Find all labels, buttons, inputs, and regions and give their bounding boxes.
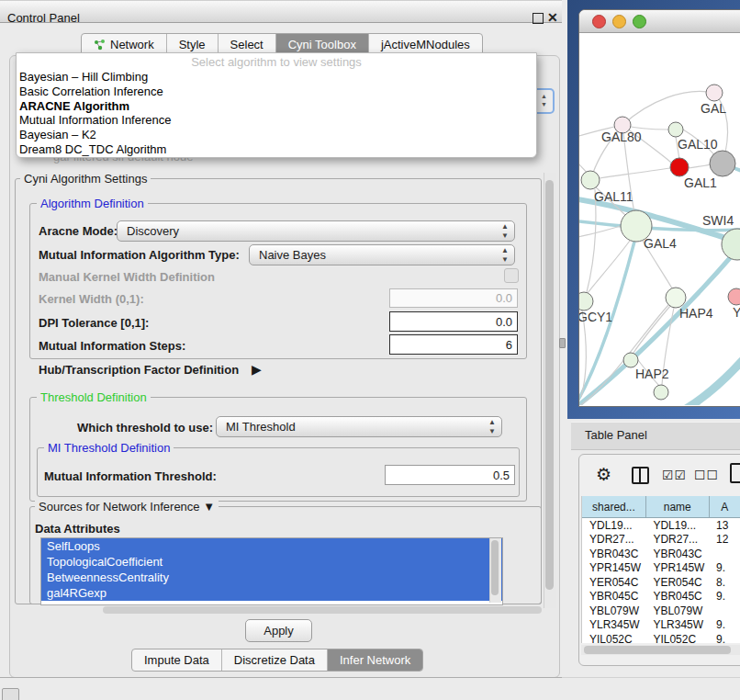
node-label: HAP2 (635, 367, 669, 381)
node[interactable] (706, 85, 723, 101)
close-window-icon[interactable] (592, 15, 606, 28)
table-hscrollbar-thumb[interactable] (584, 646, 731, 654)
aracne-mode-label: Aracne Mode: (39, 224, 118, 238)
edge[interactable] (689, 164, 711, 168)
aracne-mode-select[interactable]: Discovery ▲▼ (117, 220, 515, 242)
sources-group-title[interactable]: Sources for Network Inference ▼ (35, 500, 219, 514)
network-view-frame: GAL GAL80 GAL10 GAL1 GAL11 GAL4 SWI4 GCY… (567, 0, 740, 419)
table-row[interactable]: YBR043CYBR043C (582, 547, 740, 561)
stepper-arrows-icon: ▲▼ (488, 418, 496, 436)
mi-type-select[interactable]: Naive Bayes ▲▼ (249, 244, 515, 265)
node[interactable] (710, 151, 735, 176)
option-mutual-information[interactable]: Mutual Information Inference (17, 113, 536, 128)
table-row[interactable]: YDL19...YDL19...13 (582, 518, 740, 533)
table-row[interactable]: YLR345WYLR345W9. (582, 618, 740, 633)
node[interactable] (654, 385, 668, 400)
splitter-handle[interactable] (559, 338, 566, 348)
algorithm-definition-title: Algorithm Definition (37, 197, 148, 210)
node-table[interactable]: shared... name A YDL19...YDL19...13 YDR2… (581, 496, 740, 643)
algorithm-dropdown-popup: Select algorithm to view settings Bayesi… (16, 52, 537, 158)
which-threshold-select[interactable]: MI Threshold ▲▼ (216, 416, 502, 437)
kernel-width-input[interactable]: 0.0 (389, 288, 518, 308)
network-graph[interactable]: GAL GAL80 GAL10 GAL1 GAL11 GAL4 SWI4 GCY… (579, 33, 740, 405)
node[interactable] (668, 122, 683, 137)
settings-hscrollbar-thumb[interactable] (103, 606, 542, 614)
select-all-columns-icon[interactable]: ☑☑ (662, 468, 687, 482)
export-table-icon[interactable] (730, 463, 740, 483)
list-item[interactable]: SelfLoops (41, 538, 502, 554)
network-window: GAL GAL80 GAL10 GAL1 GAL11 GAL4 SWI4 GCY… (578, 9, 740, 407)
node-label: GAL80 (601, 130, 642, 144)
mi-steps-input[interactable]: 6 (389, 334, 518, 355)
column-header[interactable]: name (645, 496, 709, 518)
gear-icon[interactable]: ⚙ (596, 464, 611, 485)
stepper-arrows-icon: ▲▼ (501, 246, 509, 265)
option-aracne[interactable]: ARACNE Algorithm (17, 99, 536, 114)
panel-bottom-border-light (562, 677, 740, 678)
option-dream8[interactable]: Dream8 DC_TDC Algorithm (17, 142, 536, 157)
panel-bottom-border (0, 677, 562, 678)
data-attributes-label: Data Attributes (35, 522, 120, 536)
zoom-window-icon[interactable] (633, 15, 646, 28)
cyni-bottom-tabs: Impute Data Discretize Data Infer Networ… (131, 649, 423, 672)
node-gal1[interactable] (670, 158, 689, 176)
kernel-width-label: Kernel Width (0,1): (39, 292, 144, 306)
table-row[interactable]: YPR145WYPR145W9. (582, 561, 740, 576)
node-label: GAL (701, 101, 726, 116)
apply-button[interactable]: Apply (245, 619, 312, 642)
node-label: GAL11 (594, 189, 633, 204)
split-columns-icon[interactable] (632, 467, 649, 484)
manual-kernel-checkbox[interactable] (504, 268, 519, 283)
option-bayesian-k2[interactable]: Bayesian – K2 (17, 128, 536, 142)
node-label: Y (733, 305, 740, 320)
expander-arrow-icon[interactable]: ▶ (252, 362, 262, 377)
list-item[interactable]: BetweennessCentrality (41, 570, 502, 585)
tab-discretize-data[interactable]: Discretize Data (221, 649, 327, 671)
hub-definition-expander[interactable]: Hub/Transcription Factor Definition (39, 363, 239, 377)
column-header[interactable]: shared... (582, 496, 645, 518)
minimized-panel-button[interactable] (2, 688, 19, 700)
minimize-window-icon[interactable] (612, 15, 626, 28)
node-swi4[interactable] (722, 229, 740, 260)
network-canvas[interactable]: GAL GAL80 GAL10 GAL1 GAL11 GAL4 SWI4 GCY… (579, 33, 740, 405)
tab-impute-data[interactable]: Impute Data (132, 649, 221, 671)
list-scrollbar-thumb[interactable] (491, 540, 499, 595)
table-row[interactable]: YER054CYER054C8. (582, 575, 740, 590)
threshold-definition-title: Threshold Definition (37, 390, 151, 404)
node[interactable] (728, 288, 740, 305)
node-label: GCY1 (579, 310, 612, 324)
inference-algorithm-combo-fragment[interactable]: ▲▼ (535, 88, 555, 114)
tab-infer-network[interactable]: Infer Network (327, 649, 422, 671)
network-window-titlebar[interactable] (579, 10, 740, 33)
edge[interactable] (600, 168, 670, 178)
table-row[interactable]: YIL052CYIL052C9. (582, 632, 740, 643)
node[interactable] (623, 353, 638, 367)
node[interactable] (581, 171, 600, 189)
node[interactable] (666, 288, 686, 308)
list-item[interactable]: TopologicalCoefficient (41, 554, 502, 570)
column-header[interactable]: A (709, 496, 740, 518)
dpi-tolerance-input[interactable]: 0.0 (389, 311, 518, 332)
float-window-icon[interactable] (533, 13, 544, 24)
edge[interactable] (579, 226, 621, 239)
table-row[interactable]: YBR045CYBR045C9. (582, 590, 740, 604)
settings-scrollbar-thumb[interactable] (545, 180, 554, 590)
list-item[interactable]: gal4RGexp (41, 585, 502, 601)
option-bayesian-hill-climbing[interactable]: Bayesian – Hill Climbing (17, 70, 536, 85)
table-row[interactable]: YDR27...YDR27...12 (582, 533, 740, 548)
node[interactable] (579, 292, 593, 310)
collapse-arrow-icon[interactable]: ▼ (203, 500, 215, 514)
close-panel-icon[interactable]: ✕ (547, 10, 558, 25)
table-row[interactable]: YBL079WYBL079W (582, 604, 740, 618)
mi-steps-label: Mutual Information Steps: (39, 339, 185, 353)
deselect-all-columns-icon[interactable]: ☐☐ (694, 468, 719, 482)
mi-threshold-input[interactable]: 0.5 (385, 465, 515, 485)
stepper-arrows-icon: ▲▼ (501, 222, 509, 241)
data-attributes-list[interactable]: SelfLoops TopologicalCoefficient Between… (40, 537, 503, 605)
option-basic-correlation[interactable]: Basic Correlation Inference (17, 85, 536, 99)
edge-highlight[interactable] (658, 360, 740, 405)
node-label: GAL10 (678, 137, 718, 152)
mi-type-label: Mutual Information Algorithm Type: (39, 248, 240, 262)
network-icon (94, 39, 106, 51)
control-panel-titlebar (0, 0, 562, 23)
